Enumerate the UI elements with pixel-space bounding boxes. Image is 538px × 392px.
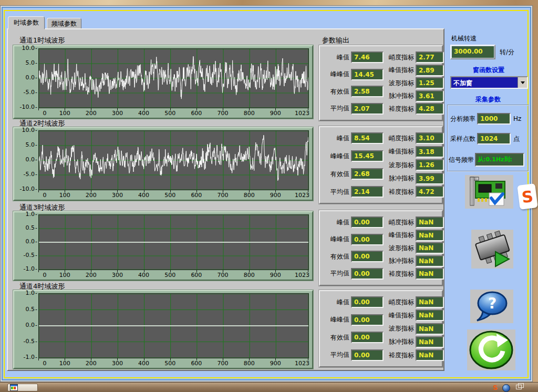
param-label: 峰峰值 [323,315,349,324]
param-label: 波形指标 [384,324,414,333]
param-label: 峰值指标 [384,311,414,320]
chart-title-ch1: 通道1时域波形 [19,36,65,45]
band-label: 信号频带 [449,156,474,164]
tab-time-domain[interactable]: 时域参数 [8,16,45,29]
device-check-icon[interactable] [465,175,513,209]
dropdown-button[interactable] [518,77,527,88]
param-value-kurtosis: NaN [416,296,444,308]
plot-area [38,130,309,190]
window-fn-label: 窗函数设置 [450,66,527,75]
app-taskbar-button[interactable] [7,384,38,391]
param-label: 峰峰值 [323,235,349,244]
ime-letter: S [521,187,534,206]
param-value-impulse: NaN [416,336,444,348]
help-icon[interactable]: ? [470,290,513,323]
freq-input[interactable]: 1000 [477,113,511,125]
param-label: 峰值 [323,134,349,143]
app-window-icon [10,384,18,391]
param-label: 峰值 [323,53,349,62]
param-label: 波形指标 [384,244,414,253]
param-value-shape: NaN [416,323,444,335]
app-window: 时域参数 频域参数 通道1时域波形 10.05.00.0-5.0-10.0 01… [0,5,533,382]
param-value-peak: 0.00 [351,216,384,228]
window-fn-selected: 不加窗 [451,77,518,88]
tab-freq-domain[interactable]: 频域参数 [47,18,81,29]
param-label: 有效值 [323,252,349,261]
param-value-crest: NaN [416,230,444,241]
param-label: 裕度指标 [384,351,414,360]
ime-indicator[interactable]: S [517,183,537,210]
param-value-peakpeak: 0.00 [351,234,384,245]
param-label: 峰值 [323,218,349,227]
speed-label: 机械转速 [451,34,477,43]
param-value-shape: 1.25 [416,77,444,89]
param-label: 裕度指标 [384,270,414,278]
param-value-crest: 3.18 [416,146,444,158]
plot-area [38,214,309,270]
freq-label: 分析频率 [450,115,475,123]
param-value-peak: 8.54 [351,132,384,144]
param-value-peak: 0.00 [351,296,384,308]
tray-ime-icon[interactable]: S [493,384,498,391]
param-label: 有效值 [323,333,349,342]
points-unit: 点 [513,135,520,143]
param-value-kurtosis: NaN [416,216,444,228]
x-axis-ticks: 01002003004005006007008009001023 [38,190,309,200]
param-label: 有效值 [323,170,349,179]
waveform-chart-ch2: 10.05.00.0-5.0-10.0 01002003004005006007… [13,127,313,201]
waveform-chart-ch1: 10.05.00.0-5.0-10.0 01002003004005006007… [13,45,313,119]
param-value-clearance: NaN [416,268,444,280]
waveform-chart-ch3: 1.00.50.0-0.5-1.0 0100200300400500600700… [13,211,313,281]
svg-text:?: ? [488,295,496,312]
param-label: 峰值指标 [384,231,414,240]
param-label: 脉冲指标 [384,174,414,183]
y-axis-ticks: 1.00.50.0-0.5-1.0 [15,214,38,270]
plot-area [38,293,309,358]
param-value-crest: NaN [416,310,444,321]
refresh-graphic [467,329,515,370]
y-axis-ticks: 10.05.00.0-5.0-10.0 [15,130,38,190]
show-desktop-button[interactable] [516,385,522,389]
param-value-clearance: 4.72 [416,186,444,198]
param-group-ch1: 峰值7.46 峰峰值14.45 有效值2.58 平均值2.07 峭度指标2.77… [319,45,443,121]
speed-input[interactable]: 3000.00 [452,46,494,58]
param-label: 峭度指标 [384,298,414,307]
param-value-rms: 0.00 [351,332,384,343]
points-label: 采样点数 [450,135,475,143]
param-label: 平均值 [323,104,349,113]
params-section-title: 参数输出 [322,36,349,45]
param-value-impulse: 3.61 [416,90,444,102]
param-label: 平均值 [323,269,349,278]
param-label: 脉冲指标 [384,337,414,346]
param-value-mean: 0.00 [351,349,384,361]
param-value-clearance: 4.28 [416,103,444,115]
param-group-ch2: 峰值8.54 峰峰值15.45 有效值2.68 平均值2.14 峭度指标3.10… [319,126,443,204]
taskbar[interactable]: S [0,382,538,392]
y-axis-ticks: 1.00.50.0-0.5-1.0 [15,293,38,358]
chevron-down-icon [521,81,525,84]
param-value-rms: 2.68 [351,168,384,180]
param-label: 波形指标 [384,79,414,88]
param-label: 有效值 [323,87,349,96]
param-label: 脉冲指标 [384,91,414,100]
param-label: 波形指标 [384,161,414,170]
chip-graphic [471,230,513,269]
param-value-shape: 1.26 [416,159,444,171]
x-axis-ticks: 01002003004005006007008009001023 [38,108,309,118]
param-label: 平均值 [323,188,349,197]
tray-ball-icon[interactable] [502,384,510,392]
refresh-icon[interactable] [467,329,515,370]
y-axis-ticks: 10.05.00.0-5.0-10.0 [15,48,38,108]
param-value-peak: 7.46 [351,51,384,63]
points-input[interactable]: 1024 [477,133,511,145]
chip-run-icon[interactable] [471,230,513,269]
help-bubble-graphic: ? [470,290,513,323]
x-axis-ticks: 01002003004005006007008009001023 [38,358,309,368]
param-label: 峰峰值 [323,70,349,79]
param-value-kurtosis: 2.77 [416,51,444,63]
param-value-mean: 2.07 [351,103,384,115]
param-label: 峰值 [323,298,349,307]
plot-area [38,48,309,108]
window-fn-dropdown[interactable]: 不加窗 [450,76,528,89]
pci-card-graphic [465,175,513,209]
